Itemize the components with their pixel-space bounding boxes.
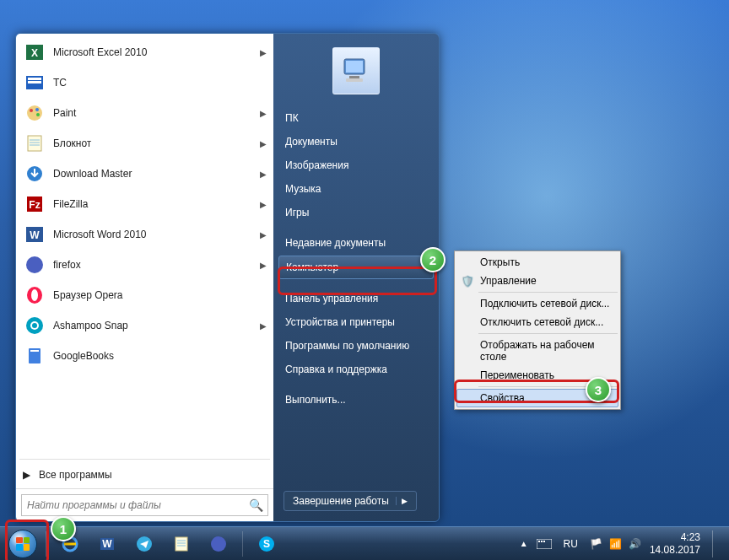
submenu-arrow-icon: ▶ bbox=[260, 321, 267, 331]
program-item[interactable]: Download Master▶ bbox=[18, 159, 272, 189]
fz-icon: Fz bbox=[23, 192, 46, 216]
context-item-label: Свойства bbox=[480, 392, 525, 404]
word-icon: W bbox=[23, 223, 46, 246]
search-input[interactable] bbox=[21, 494, 268, 516]
right-panel-item[interactable]: Устройства и принтеры bbox=[273, 310, 439, 334]
context-menu-item[interactable]: 🛡️Управление bbox=[456, 272, 618, 290]
paint-icon bbox=[23, 101, 46, 125]
search-icon: 🔍 bbox=[249, 498, 263, 512]
tray-chevron-icon[interactable]: ▲ bbox=[520, 539, 528, 548]
divider bbox=[19, 459, 270, 460]
right-panel-item[interactable]: ПК bbox=[273, 106, 439, 130]
svg-point-38 bbox=[211, 536, 226, 552]
taskbar-notepad-icon[interactable] bbox=[165, 531, 198, 557]
program-item[interactable]: XMicrosoft Excel 2010▶ bbox=[18, 37, 272, 67]
taskbar-separator bbox=[46, 531, 46, 557]
all-programs-arrow-icon: ▶ bbox=[23, 469, 30, 481]
right-panel-item[interactable]: Игры bbox=[273, 201, 439, 224]
taskbar-pinned: W S bbox=[50, 531, 287, 557]
right-item-label: ПК bbox=[285, 112, 299, 124]
taskbar-word-icon[interactable]: W bbox=[90, 531, 124, 557]
program-item[interactable]: Paint▶ bbox=[18, 98, 272, 128]
program-item[interactable]: Блокнот▶ bbox=[18, 128, 272, 159]
tray-volume-icon[interactable]: 🔊 bbox=[629, 538, 641, 550]
right-item-label: Недавние документы bbox=[285, 237, 386, 249]
svg-text:X: X bbox=[31, 47, 38, 59]
svg-text:S: S bbox=[263, 538, 270, 550]
program-label: Paint bbox=[53, 107, 260, 119]
right-item-label: Справка и поддержка bbox=[285, 363, 387, 375]
show-desktop-button[interactable] bbox=[712, 530, 721, 557]
right-panel-item[interactable]: Документы bbox=[273, 130, 439, 153]
programs-list: XMicrosoft Excel 2010▶TCPaint▶Блокнот▶Do… bbox=[16, 34, 273, 457]
shutdown-button[interactable]: Завершение работы ▶ bbox=[284, 491, 417, 511]
taskbar-telegram-icon[interactable] bbox=[127, 531, 161, 557]
context-item-label: Управление bbox=[480, 275, 537, 287]
program-item[interactable]: Ashampoo Snap▶ bbox=[18, 310, 272, 341]
tray-network-icon[interactable]: 📶 bbox=[609, 538, 622, 550]
program-item[interactable]: WMicrosoft Word 2010▶ bbox=[18, 219, 272, 250]
gb-icon bbox=[23, 344, 46, 368]
right-item-label: Панель управления bbox=[285, 293, 378, 304]
context-item-label: Отключить сетевой диск... bbox=[480, 316, 603, 328]
right-item-label: Программы по умолчанию bbox=[285, 340, 409, 352]
right-panel-item[interactable]: Музыка bbox=[273, 177, 439, 201]
all-programs-label: Все программы bbox=[39, 469, 112, 481]
snap-icon bbox=[23, 314, 46, 337]
program-item[interactable]: Браузер Opera bbox=[18, 280, 272, 310]
context-menu-item[interactable]: Открыть bbox=[456, 253, 618, 272]
program-item[interactable]: GoogleBooks bbox=[18, 341, 272, 371]
avatar-box bbox=[273, 42, 439, 106]
svg-point-20 bbox=[31, 289, 38, 301]
svg-point-6 bbox=[30, 109, 33, 112]
svg-rect-42 bbox=[538, 541, 540, 542]
program-item[interactable]: TC bbox=[18, 67, 272, 98]
notepad-icon bbox=[23, 132, 46, 155]
taskbar: W S ▲ RU 🏳️ 📶 🔊 4:23 14.08.2017 bbox=[0, 526, 729, 560]
tray-flag-icon[interactable]: 🏳️ bbox=[590, 538, 602, 550]
taskbar-firefox-icon[interactable] bbox=[202, 531, 235, 557]
svg-rect-9 bbox=[28, 136, 41, 151]
svg-point-5 bbox=[27, 105, 42, 121]
taskbar-skype-icon[interactable]: S bbox=[250, 531, 284, 557]
context-menu-item[interactable]: Подключить сетевой диск... bbox=[456, 294, 618, 313]
tray-language[interactable]: RU bbox=[560, 536, 581, 552]
opera-icon bbox=[23, 283, 46, 307]
submenu-arrow-icon: ▶ bbox=[260, 48, 267, 57]
right-panel-item[interactable]: Изображения bbox=[273, 153, 439, 177]
program-label: TC bbox=[53, 77, 267, 89]
shutdown-area: Завершение работы ▶ bbox=[273, 486, 439, 516]
badge-3: 3 bbox=[586, 377, 611, 402]
program-item[interactable]: firefox▶ bbox=[18, 250, 272, 280]
start-button[interactable] bbox=[3, 527, 42, 561]
right-item-label: Документы bbox=[285, 136, 338, 148]
program-item[interactable]: FzFileZilla▶ bbox=[18, 189, 272, 219]
right-panel-item[interactable]: Недавние документы bbox=[273, 231, 439, 255]
right-panel-item[interactable]: Выполнить... bbox=[273, 388, 439, 412]
context-menu-item[interactable]: Отключить сетевой диск... bbox=[456, 313, 618, 331]
right-panel-item[interactable]: Программы по умолчанию bbox=[273, 334, 439, 358]
right-item-label: Устройства и принтеры bbox=[285, 316, 395, 328]
all-programs[interactable]: ▶ Все программы bbox=[16, 461, 273, 488]
context-item-label: Отображать на рабочем столе bbox=[480, 339, 612, 363]
context-menu-item[interactable]: Отображать на рабочем столе bbox=[456, 336, 618, 366]
start-right-panel: ПКДокументыИзображенияМузыкаИгрыНедавние… bbox=[273, 34, 439, 521]
svg-rect-28 bbox=[349, 76, 359, 78]
badge-2: 2 bbox=[420, 247, 446, 272]
right-panel-item[interactable]: Панель управления bbox=[273, 287, 439, 310]
tray-clock[interactable]: 4:23 14.08.2017 bbox=[650, 531, 700, 556]
svg-rect-29 bbox=[346, 78, 363, 82]
svg-rect-44 bbox=[543, 541, 545, 542]
program-label: Microsoft Word 2010 bbox=[53, 229, 260, 240]
right-panel-item[interactable]: Компьютер bbox=[278, 256, 434, 279]
shutdown-arrow-icon: ▶ bbox=[396, 497, 408, 505]
tray-time: 4:23 bbox=[650, 531, 700, 543]
search-bar: 🔍 bbox=[16, 488, 273, 521]
right-panel-item[interactable]: Справка и поддержка bbox=[273, 358, 439, 381]
shutdown-label: Завершение работы bbox=[293, 495, 389, 507]
svg-rect-34 bbox=[176, 537, 187, 551]
tc-icon bbox=[23, 71, 46, 94]
program-label: Download Master bbox=[53, 168, 260, 180]
program-label: Блокнот bbox=[53, 137, 260, 149]
tray-keyboard-icon[interactable] bbox=[537, 539, 552, 549]
